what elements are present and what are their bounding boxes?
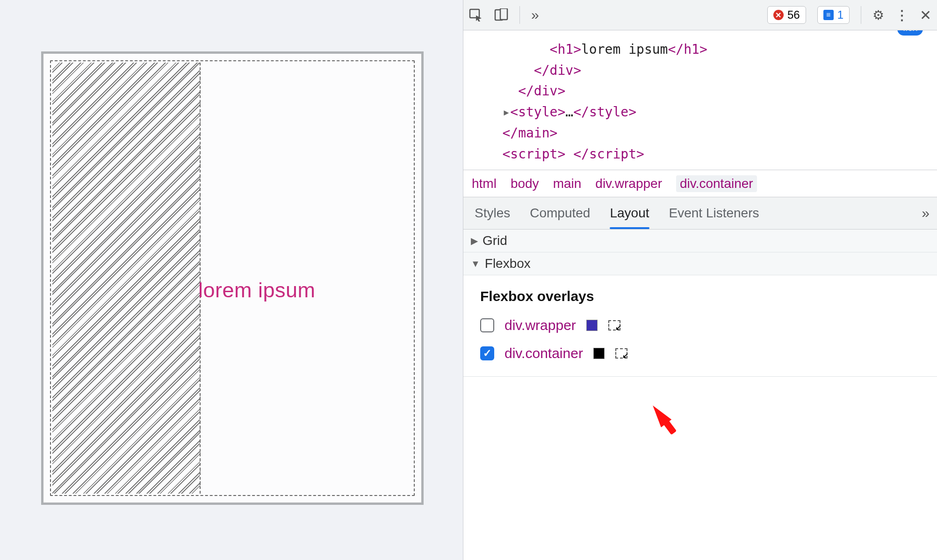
overlay-name[interactable]: div.wrapper: [505, 317, 576, 333]
flex-badge[interactable]: flex: [897, 30, 923, 36]
tab-styles[interactable]: Styles: [475, 206, 510, 221]
flex-free-space-hatched: [52, 63, 201, 494]
close-icon[interactable]: ✕: [920, 7, 931, 23]
chevron-right-icon: ▶: [471, 235, 478, 246]
chevron-right-icon[interactable]: ▸: [502, 104, 510, 120]
overlay-color-swatch[interactable]: [593, 348, 605, 359]
scroll-into-view-icon[interactable]: [608, 319, 621, 332]
errors-badge[interactable]: ✕ 56: [767, 6, 806, 24]
overlay-checkbox[interactable]: [480, 318, 494, 332]
inspect-icon[interactable]: [469, 8, 483, 22]
dom-line[interactable]: ▸<style>…</style>: [471, 102, 930, 123]
breadcrumb: html body main div.wrapper div.container: [463, 170, 937, 197]
device-toggle-icon[interactable]: [494, 8, 508, 22]
chevron-down-icon: ▼: [471, 258, 480, 269]
overlay-name[interactable]: div.container: [505, 345, 583, 361]
breadcrumb-item[interactable]: main: [553, 176, 582, 191]
svg-rect-2: [500, 8, 507, 20]
dom-line[interactable]: <h1>lorem ipsum</h1>: [471, 39, 930, 60]
section-flexbox-header[interactable]: ▼ Flexbox: [463, 252, 937, 275]
devtools-panel: » ✕ 56 ≡ 1 ⚙ ⋮ ✕ flex <h1>lorem ipsum</h…: [463, 0, 937, 560]
message-icon: ≡: [823, 10, 834, 20]
overlay-color-swatch[interactable]: [586, 320, 598, 331]
tab-computed[interactable]: Computed: [530, 206, 590, 221]
page-viewport: lorem ipsum: [0, 0, 463, 560]
overlay-row: div.wrapper: [480, 317, 920, 333]
dom-line[interactable]: </div>: [471, 81, 930, 102]
sidebar-tabs: Styles Computed Layout Event Listeners »: [463, 197, 937, 230]
heading-text: lorem ipsum: [198, 278, 316, 302]
breadcrumb-item-selected[interactable]: div.container: [676, 175, 757, 192]
breadcrumb-item[interactable]: body: [511, 176, 539, 191]
devtools-toolbar: » ✕ 56 ≡ 1 ⚙ ⋮ ✕: [463, 0, 937, 30]
toolbar-divider: [519, 6, 520, 24]
more-tabs-chevrons-icon[interactable]: »: [922, 205, 926, 221]
dom-line[interactable]: </main>: [471, 123, 930, 144]
section-grid-label: Grid: [483, 233, 507, 248]
dom-line[interactable]: flex: [471, 30, 930, 39]
dom-line[interactable]: <script> </script>: [471, 144, 930, 165]
breadcrumb-item[interactable]: html: [472, 176, 497, 191]
flexbox-section-body: Flexbox overlays div.wrapper div.contain…: [463, 275, 937, 377]
elements-dom-tree[interactable]: flex <h1>lorem ipsum</h1> </div> </div> …: [463, 30, 937, 170]
section-flexbox-label: Flexbox: [485, 256, 531, 271]
overlay-row: div.container: [480, 345, 920, 361]
flex-wrapper-box: lorem ipsum: [41, 51, 424, 505]
tab-event-listeners[interactable]: Event Listeners: [669, 206, 759, 221]
dom-line[interactable]: </div>: [471, 60, 930, 81]
more-menu-icon[interactable]: ⋮: [895, 7, 908, 23]
scroll-into-view-icon[interactable]: [615, 347, 628, 360]
overlay-checkbox[interactable]: [480, 346, 494, 360]
settings-icon[interactable]: ⚙: [872, 7, 884, 23]
toolbar-divider: [861, 6, 861, 24]
section-grid-header[interactable]: ▶ Grid: [463, 230, 937, 252]
error-icon: ✕: [773, 10, 784, 20]
errors-count: 56: [787, 8, 800, 22]
more-tabs-chevrons-icon[interactable]: »: [531, 7, 535, 23]
tab-layout[interactable]: Layout: [610, 206, 649, 221]
messages-count: 1: [837, 8, 843, 22]
flexbox-overlays-title: Flexbox overlays: [480, 288, 920, 304]
breadcrumb-item[interactable]: div.wrapper: [595, 176, 662, 191]
messages-badge[interactable]: ≡ 1: [817, 6, 850, 24]
